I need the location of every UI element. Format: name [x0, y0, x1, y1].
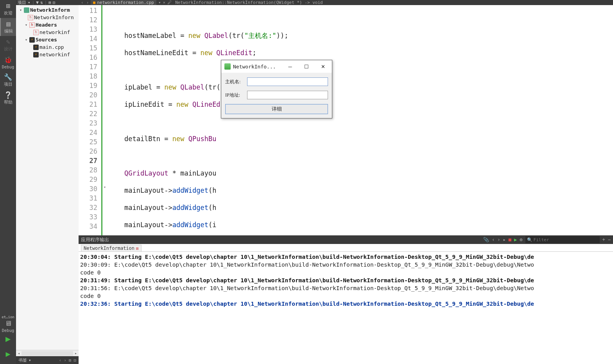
- add-panel-icon[interactable]: +: [602, 237, 605, 242]
- activity-welcome[interactable]: ⊞ 欢迎: [0, 0, 16, 18]
- minimize-panel-icon[interactable]: −: [608, 237, 611, 242]
- stop-icon[interactable]: ■: [509, 237, 511, 242]
- line-number: 12: [79, 15, 97, 25]
- filter-input[interactable]: [534, 237, 598, 242]
- editor-tab-active[interactable]: networkinformation.cpp: [91, 0, 156, 5]
- chevron-down-icon[interactable]: ▾: [158, 0, 162, 5]
- step-icon[interactable]: ▸: [503, 237, 506, 242]
- close-icon[interactable]: ⊠: [136, 246, 139, 251]
- tree-item-network-cpp[interactable]: networkinf: [16, 51, 79, 58]
- output-tab-label: NetworkInformation: [84, 246, 134, 251]
- tree-folder-headers[interactable]: ▾ h Headers: [16, 21, 79, 29]
- tree-folder-sources[interactable]: ▾ Sources: [16, 36, 79, 43]
- output-tab-active[interactable]: NetworkInformation ⊠: [81, 245, 142, 251]
- search-icon: 🔍: [527, 237, 532, 242]
- run-button[interactable]: ▶: [5, 334, 11, 344]
- tab-close-icon[interactable]: ×: [163, 0, 166, 5]
- code-editor[interactable]: 11 12 13 14 15 16 17 18 19 20 21 22 23 2…: [79, 5, 613, 235]
- rerun-icon[interactable]: ▶: [514, 237, 517, 242]
- split-icon[interactable]: ⊞: [48, 0, 51, 5]
- pin-icon[interactable]: ⊡: [73, 358, 76, 363]
- chevron-down-icon[interactable]: ▾: [18, 8, 23, 12]
- output-filter[interactable]: 🔍: [525, 236, 600, 243]
- line-number: 17: [79, 62, 97, 72]
- activity-debug[interactable]: 🐞 Debug: [0, 54, 16, 71]
- scroll-right-icon[interactable]: ▸: [73, 351, 79, 355]
- activity-projects[interactable]: 🔧 项目: [0, 71, 16, 89]
- activity-projects-label: 项目: [0, 82, 16, 87]
- prev-icon[interactable]: ‹: [59, 358, 62, 363]
- bug-icon: 🐞: [0, 57, 16, 63]
- expand-icon[interactable]: ⊡: [53, 0, 56, 5]
- cpp-file-icon: [93, 2, 95, 4]
- activity-bar: ⊞ 欢迎 ▤ 编辑 ✎ 设计 🐞 Debug 🔧 项目 ❔ 帮助: [0, 0, 16, 364]
- app-window: NetworkInfo... ─ ☐ ✕ 主机名: IP地址: 详细: [221, 60, 332, 118]
- close-button[interactable]: ✕: [315, 61, 331, 72]
- line-number: 18: [79, 72, 97, 81]
- symbol-breadcrumb[interactable]: NetworkInformation::NetworkInformation(Q…: [175, 0, 323, 5]
- chevron-down-icon[interactable]: ▾: [24, 23, 29, 27]
- activity-help[interactable]: ❔ 帮助: [0, 89, 16, 107]
- code-area[interactable]: hostNameLabel = new QLabel(tr("主机名:")); …: [108, 5, 613, 235]
- output-line: code 0: [80, 269, 611, 276]
- activity-design[interactable]: ✎ 设计: [0, 36, 16, 54]
- line-number: 20: [79, 90, 97, 100]
- pencil-icon: ✎: [0, 39, 16, 45]
- bookmarks-label: 书签: [18, 357, 27, 363]
- change-indicator: [101, 5, 102, 235]
- line-number: 19: [79, 81, 97, 90]
- tree-root-label: NetworkInform: [30, 7, 70, 13]
- dropdown-icon[interactable]: ▾: [28, 0, 30, 5]
- line-number: 24: [79, 128, 97, 137]
- debug-target-selector[interactable]: et…ion 🖥 Debug: [0, 315, 16, 333]
- line-number: 23: [79, 118, 97, 128]
- prev-icon[interactable]: ‹: [492, 237, 495, 242]
- add-icon[interactable]: ⊞: [69, 358, 72, 363]
- scroll-left-icon[interactable]: ◂: [16, 351, 22, 355]
- bookmarks-bar: 书签 ▾ ‹ › ⊞ ⊡: [16, 356, 79, 364]
- line-number: 31: [79, 194, 97, 203]
- funnel-icon[interactable]: ▼: [36, 0, 39, 5]
- activity-edit[interactable]: ▤ 编辑: [0, 18, 16, 36]
- next-icon[interactable]: ›: [497, 237, 500, 242]
- fold-marker-icon[interactable]: ▾: [104, 185, 106, 189]
- output-body[interactable]: 20:30:04: Starting E:\code\Qt5 develop\c…: [79, 252, 613, 364]
- line-number: 22: [79, 109, 97, 118]
- dialog-body: 主机名: IP地址: 详细: [221, 73, 332, 118]
- options-icon[interactable]: ⇅: [40, 0, 43, 5]
- dropdown-icon[interactable]: ▾: [29, 358, 31, 363]
- tree-item-header-file[interactable]: h NetworkInforn: [16, 14, 79, 21]
- detail-button[interactable]: 详细: [225, 104, 328, 114]
- output-title: 应用程序输出: [81, 237, 109, 243]
- debug-run-button[interactable]: ▶: [5, 349, 10, 359]
- lock-icon[interactable]: 🖋: [167, 0, 172, 5]
- scroll-track[interactable]: [22, 351, 73, 356]
- next-icon[interactable]: ›: [64, 358, 66, 363]
- qt-app-icon: [224, 63, 231, 70]
- settings-icon[interactable]: ⚙: [520, 237, 522, 242]
- hostname-label: 主机名:: [225, 79, 245, 85]
- nav-back-icon[interactable]: ‹: [80, 0, 84, 5]
- ip-input[interactable]: [247, 91, 328, 99]
- nav-forward-icon[interactable]: ›: [86, 0, 90, 5]
- output-tabs: NetworkInformation ⊠: [79, 244, 613, 252]
- hostname-input[interactable]: [247, 77, 328, 86]
- project-selector-row: 项目 ▾ | ▼ ⇅ | ⊞ ⊡: [16, 0, 79, 5]
- line-number: 28: [79, 165, 97, 175]
- tree-h-scrollbar[interactable]: ◂ ▸: [16, 350, 79, 356]
- tree-project-root[interactable]: ▾ NetworkInform: [16, 6, 79, 14]
- activity-edit-label: 编辑: [1, 29, 16, 34]
- tree-h-label: networkinf: [39, 29, 70, 35]
- activity-debug-label: Debug: [0, 65, 16, 69]
- line-number: 15: [79, 43, 97, 53]
- tree-item-h[interactable]: h networkinf: [16, 29, 79, 36]
- attach-icon[interactable]: 📎: [483, 237, 489, 242]
- tree-item-main-cpp[interactable]: main.cpp: [16, 43, 79, 51]
- minimize-button[interactable]: ─: [282, 61, 298, 72]
- maximize-button[interactable]: ☐: [298, 61, 315, 72]
- title-bar[interactable]: NetworkInfo... ─ ☐ ✕: [221, 60, 332, 73]
- chevron-down-icon[interactable]: ▾: [24, 38, 29, 42]
- output-panel-header: 应用程序输出 📎 ‹ › ▸ ■ ▶ ⚙ 🔍 + −: [79, 235, 613, 244]
- tree-sources-label: Sources: [36, 37, 57, 43]
- kit-name: et…ion: [0, 315, 16, 319]
